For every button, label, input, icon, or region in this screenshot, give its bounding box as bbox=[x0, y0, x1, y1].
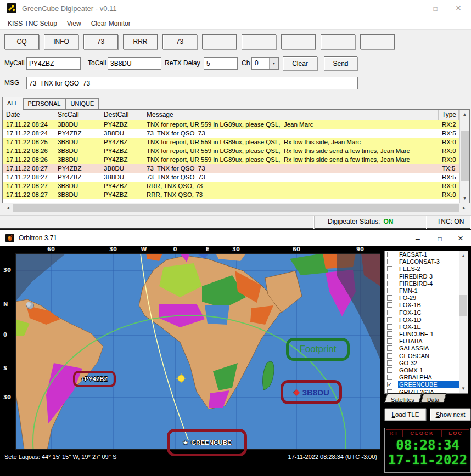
satellite-item-falconsat-3[interactable]: FALCONSAT-3 bbox=[385, 258, 468, 265]
table-row[interactable]: 17.11.22 08:273B8DUPY4ZBZRRR, TNX QSO, 7… bbox=[3, 190, 459, 199]
satellite-item-funcube-1[interactable]: FUNCUBE-1 bbox=[385, 331, 468, 338]
scroll-up-icon[interactable] bbox=[460, 110, 469, 119]
satellite-item-firebird-4[interactable]: FIREBIRD-4 bbox=[385, 280, 468, 287]
maximize-icon[interactable] bbox=[426, 1, 445, 15]
tocall-input[interactable] bbox=[108, 57, 161, 70]
table-row[interactable]: 17.11.22 08:27PY4ZBZ3B8DU73 TNX for QSO … bbox=[3, 173, 459, 182]
tab-personal[interactable]: PERSONAL bbox=[23, 98, 66, 110]
satellite-item-facsat-1[interactable]: FACSAT-1 bbox=[385, 251, 468, 258]
checkbox[interactable] bbox=[387, 367, 392, 373]
satellite-item-fox-1e[interactable]: FOX-1E bbox=[385, 324, 468, 331]
checkbox[interactable] bbox=[387, 353, 392, 359]
table-row[interactable]: 17.11.22 08:27PY4ZBZ3B8DU73 TNX for QSO … bbox=[3, 164, 459, 173]
send-button[interactable]: Send bbox=[324, 56, 357, 70]
minimize-icon[interactable] bbox=[403, 1, 422, 15]
checkbox[interactable] bbox=[387, 338, 392, 344]
quick-button-rrr-4[interactable]: RRR bbox=[123, 34, 158, 49]
horizontal-scrollbar[interactable] bbox=[2, 203, 470, 213]
checkbox[interactable] bbox=[387, 310, 392, 315]
quick-button-empty-6[interactable] bbox=[202, 34, 237, 49]
satellite-item-fees-2[interactable]: FEES-2 bbox=[385, 265, 468, 273]
orbitron-titlebar[interactable]: Orbitron 3.71 bbox=[0, 230, 471, 246]
scroll-down-icon[interactable] bbox=[459, 384, 468, 393]
column-header-destcall[interactable]: DestCall bbox=[100, 110, 143, 120]
menu-item-view[interactable]: View bbox=[65, 19, 83, 29]
checkbox[interactable] bbox=[387, 317, 392, 322]
satellite-item-galassia[interactable]: GALASSIA bbox=[385, 345, 468, 352]
table-row[interactable]: 17.11.22 08:243B8DUPY4ZBZTNX for report,… bbox=[3, 120, 459, 129]
close-icon[interactable] bbox=[451, 231, 470, 246]
checkbox[interactable] bbox=[387, 281, 392, 286]
checkbox[interactable] bbox=[387, 259, 392, 264]
clear-button[interactable]: Clear bbox=[283, 56, 317, 70]
satellite-item-fox-1b[interactable]: FOX-1B bbox=[385, 302, 468, 309]
table-row[interactable]: 17.11.22 08:263B8DUPY4ZBZTNX for report,… bbox=[3, 146, 459, 155]
tab-unique[interactable]: UNIQUE bbox=[66, 98, 99, 110]
retx-delay-input[interactable] bbox=[204, 57, 238, 70]
mycall-input[interactable] bbox=[26, 57, 81, 70]
satellite-item-fo-29[interactable]: FO-29 bbox=[385, 294, 468, 302]
checkbox[interactable] bbox=[387, 345, 392, 351]
quick-button-empty-7[interactable] bbox=[242, 34, 276, 49]
close-icon[interactable] bbox=[449, 1, 468, 15]
checkbox[interactable] bbox=[387, 331, 392, 337]
checkbox[interactable] bbox=[387, 375, 392, 380]
scroll-down-icon[interactable] bbox=[460, 194, 469, 203]
satellite-item-go-32[interactable]: GO-32 bbox=[385, 360, 468, 367]
quick-button-info-2[interactable]: INFO bbox=[44, 34, 78, 49]
quick-button-empty-10[interactable] bbox=[360, 34, 395, 49]
quick-button-empty-9[interactable] bbox=[321, 34, 355, 49]
channel-select[interactable]: 0 bbox=[251, 57, 279, 70]
checkbox[interactable] bbox=[387, 360, 392, 366]
checkbox[interactable]: ✓ bbox=[387, 382, 392, 387]
satellite-list[interactable]: FACSAT-1FALCONSAT-3FEES-2FIREBIRD-3FIREB… bbox=[384, 251, 468, 394]
satellite-item-fmn-1[interactable]: FMN-1 bbox=[385, 287, 468, 294]
satellite-item-fox-1d[interactable]: FOX-1D bbox=[385, 316, 468, 324]
scroll-up-icon[interactable] bbox=[459, 251, 468, 260]
scrollbar-thumb[interactable] bbox=[461, 131, 469, 181]
vertical-scrollbar[interactable] bbox=[459, 110, 469, 203]
satellite-item-geoscan[interactable]: GEOSCAN bbox=[385, 353, 468, 360]
scrollbar-thumb[interactable] bbox=[459, 295, 467, 316]
checkbox[interactable] bbox=[387, 274, 392, 279]
scroll-left-icon[interactable] bbox=[3, 203, 13, 213]
msg-input[interactable] bbox=[26, 77, 358, 89]
table-row[interactable]: 17.11.22 08:24PY4ZBZ3B8DU73 TNX for QSO … bbox=[3, 129, 459, 138]
quick-button-73-5[interactable]: 73 bbox=[162, 34, 197, 49]
satellite-item-grbalpha[interactable]: GRBALPHA bbox=[385, 374, 468, 381]
clock-mode-clock[interactable]: CLOCK bbox=[402, 429, 442, 437]
satellite-item-futaba[interactable]: FUTABA bbox=[385, 338, 468, 345]
checkbox[interactable] bbox=[387, 295, 392, 301]
digipeater-titlebar[interactable]: GreenCube Digipeater - v0.11 bbox=[0, 0, 471, 16]
menu-item-clear-monitor[interactable]: Clear Monitor bbox=[89, 19, 133, 29]
column-header-srccall[interactable]: SrcCall bbox=[54, 110, 100, 120]
scroll-right-icon[interactable] bbox=[459, 203, 469, 213]
scrollbar-thumb[interactable] bbox=[13, 204, 459, 212]
tab-satellites[interactable]: Satellites bbox=[385, 393, 422, 403]
maximize-icon[interactable] bbox=[430, 231, 449, 246]
checkbox[interactable] bbox=[387, 302, 392, 308]
satellite-list-scrollbar[interactable] bbox=[459, 251, 468, 393]
column-header-message[interactable]: Message bbox=[143, 110, 439, 120]
clock-mode-rt[interactable]: RT bbox=[386, 429, 402, 437]
quick-button-73-3[interactable]: 73 bbox=[83, 34, 118, 49]
tab-all[interactable]: ALL bbox=[2, 97, 23, 110]
menu-item-kiss-tnc-setup[interactable]: KISS TNC Setup bbox=[5, 19, 59, 29]
satellite-item-gomx-1[interactable]: GOMX-1 bbox=[385, 367, 468, 374]
satellite-item-fox-1c[interactable]: FOX-1C bbox=[385, 309, 468, 316]
satellite-item-firebird-3[interactable]: FIREBIRD-3 bbox=[385, 273, 468, 280]
chevron-down-icon[interactable] bbox=[269, 58, 278, 69]
checkbox[interactable] bbox=[387, 324, 392, 330]
column-header-date[interactable]: Date bbox=[3, 110, 54, 120]
checkbox[interactable] bbox=[387, 288, 392, 293]
quick-button-empty-8[interactable] bbox=[281, 34, 316, 49]
load-tle-button[interactable]: Load TLE bbox=[384, 408, 427, 421]
quick-button-cq-1[interactable]: CQ bbox=[4, 34, 39, 49]
table-row[interactable]: 17.11.22 08:263B8DUPY4ZBZTNX for report,… bbox=[3, 155, 459, 164]
tab-data[interactable]: Data bbox=[420, 393, 446, 403]
satellite-item-greencube[interactable]: ✓GREENCUBE bbox=[385, 381, 468, 388]
show-next-button[interactable]: Show next bbox=[430, 408, 471, 421]
checkbox[interactable] bbox=[387, 252, 392, 257]
table-row[interactable]: 17.11.22 08:253B8DUPY4ZBZTNX for report,… bbox=[3, 138, 459, 146]
clock-mode-loc[interactable]: LOC bbox=[442, 429, 469, 437]
